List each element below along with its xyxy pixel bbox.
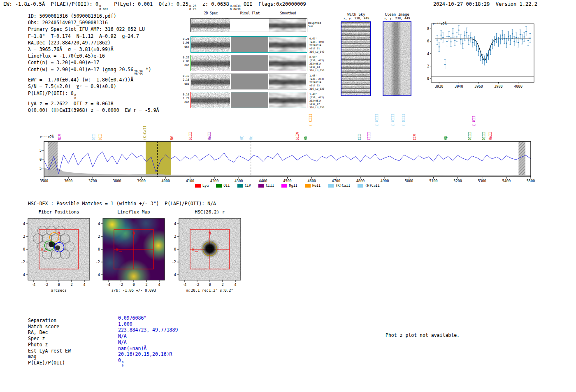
spec2d-image [191,92,230,108]
legend-swatch [358,184,363,188]
legend-swatch [237,184,243,188]
legend-item: CIII [258,183,274,188]
spec2d-row [190,18,307,32]
header-meta: 2024-10-27 00:18:29 Version 1.22.2 [433,1,537,7]
smoothed-image [269,37,306,52]
legend-label: (H)CaII [365,183,380,188]
spec2d-image [191,74,230,89]
info-line: F=1.8" T=0.174 N=1.12 A=0.92 g=24.7 [28,33,159,39]
svg-text:2: 2 [427,64,429,68]
phot-z-note: Phot z plot not available. [386,332,460,338]
match-row-label: P(LAE)/P(OII) [28,360,65,366]
legend-item: OII [216,183,230,188]
svg-text:-4: -4 [21,273,25,277]
spectral-trace-band [269,19,306,32]
svg-text:0: 0 [427,77,429,81]
spectral-trace-band [269,37,306,52]
svg-text:2: 2 [145,283,147,287]
legend-label: CIV [245,183,251,188]
spec2d-row-right-label: 1.48"(238, 457)20240514v017_07316_LU_050 [309,93,329,109]
match-row-label: Photo z [28,342,48,348]
emission-line-label: { OIII [391,114,395,126]
cutout-caption: s/b: -1.86 +/- 0.093 [95,288,173,292]
spec2d-section: 2D SpecPixel FlatSmoothedWeighted Sum0.2… [182,12,330,112]
svg-text:4700: 4700 [332,179,340,183]
svg-text:-4: -4 [182,283,186,287]
clean-image-coords: x, y: 238, 449 [382,16,412,20]
svg-text:2: 2 [174,234,176,239]
clean-image [383,21,411,96]
clean-image-title: Clean Image [382,12,412,16]
emission-line-label: CIII [367,132,372,140]
report-timestamp: 2024-10-27 00:18:29 [433,1,490,7]
emission-line-label: OIII [468,132,472,140]
svg-text:0: 0 [58,283,60,287]
with-sky-coords: x, y: 238, 449 [340,16,373,20]
emission-line-label: OIII [482,132,486,140]
pixel-flat-image [231,37,268,52]
cutout-title: Lineflux Map [103,209,165,215]
smoothed-image [269,74,306,89]
spec2d-row-left-label: 0.162.16083 [181,74,189,86]
spectral-trace-band [191,92,230,108]
svg-text:4400: 4400 [259,179,267,183]
svg-text:-4: -4 [96,273,100,277]
svg-text:3600: 3600 [64,179,72,183]
legend-item: CIV [237,183,251,188]
match-row-value: 0.0976086" [118,315,146,321]
spec2d-row-right-label: 1.08"(237, 274)20240514v017_02316_LU_030 [309,74,329,90]
info-line: Cont(n) = 3.20(±0.00)e-17 [28,59,159,66]
spectral-trace-band [191,74,230,89]
emission-line-label: HeII [207,132,212,140]
match-row-value: 223.884723, 49.771889 [118,327,178,333]
svg-text:3900: 3900 [137,179,145,183]
emission-line-label: (K)CaII [143,125,147,140]
svg-text:3500: 3500 [40,179,48,183]
svg-text:5400: 5400 [502,179,511,183]
emission-line-label: NIV [58,134,62,140]
svg-text:7.5: 7.5 [39,148,42,153]
match-row-label: Separation [28,318,56,323]
svg-text:0: 0 [174,247,176,251]
svg-text:3920: 3920 [435,84,443,88]
legend-item: MgII [281,183,297,188]
elixer-report-page: EW: -1.8±-0.5Å P(LAE)/P(OII): 000.001 P(… [0,0,576,392]
emission-line-label: { CIII [309,114,313,126]
match-row-label: Spec z [28,336,45,341]
legend-swatch [281,184,287,188]
legend-label: Lyα [202,183,209,188]
line-zoom-plot: 3920394039603980400002468e⁻¹⁷x2Å [419,21,542,95]
info-line: LineFlux = -1.70(±0.45)e-16 [28,53,159,59]
svg-text:-2: -2 [195,283,199,287]
svg-text:E: E [116,248,118,252]
spec2d-row-left-label: 0.101.77063 [181,93,189,104]
svg-text:0: 0 [132,283,135,287]
spec2d-image [191,19,230,32]
cutout-title: HSC(26.2) r [179,209,241,215]
svg-text:4500: 4500 [283,179,291,183]
info-line: LyA z = 2.2622 OII z = 0.0638 [28,100,159,107]
version-label: Version 1.22.2 [496,1,537,7]
svg-text:4: 4 [234,283,236,287]
spec2d-row: 0.241.960640.67"(238, 449)20240514v017_0… [190,36,307,53]
legend-item: (K)CaII [328,183,350,188]
legend-swatch [195,184,201,188]
spec2d-col-header: Smoothed [269,12,307,15]
svg-text:8: 8 [427,27,429,31]
svg-text:0: 0 [98,247,100,251]
cutout-overlay: -4-4-2-2002244NE [17,216,95,294]
smoothed-image [269,55,306,71]
info-line: RA,Dec (223.884720,49.771862) [28,39,159,46]
match-row-value: nan(±nan)Å [118,346,146,351]
svg-text:2: 2 [221,283,223,287]
match-row-value: N/A [118,339,127,345]
svg-text:4200: 4200 [210,179,218,183]
emission-line-label: CIV [413,134,417,140]
legend-swatch [305,184,311,188]
svg-text:4: 4 [98,222,100,226]
svg-text:5000: 5000 [405,179,413,183]
cutout-overlay: -4-4-2-2002244NE [92,216,170,294]
with-sky-title: With Sky [340,12,373,16]
cutout-xlabel: arcsecs [20,288,98,292]
svg-text:4600: 4600 [307,179,316,183]
